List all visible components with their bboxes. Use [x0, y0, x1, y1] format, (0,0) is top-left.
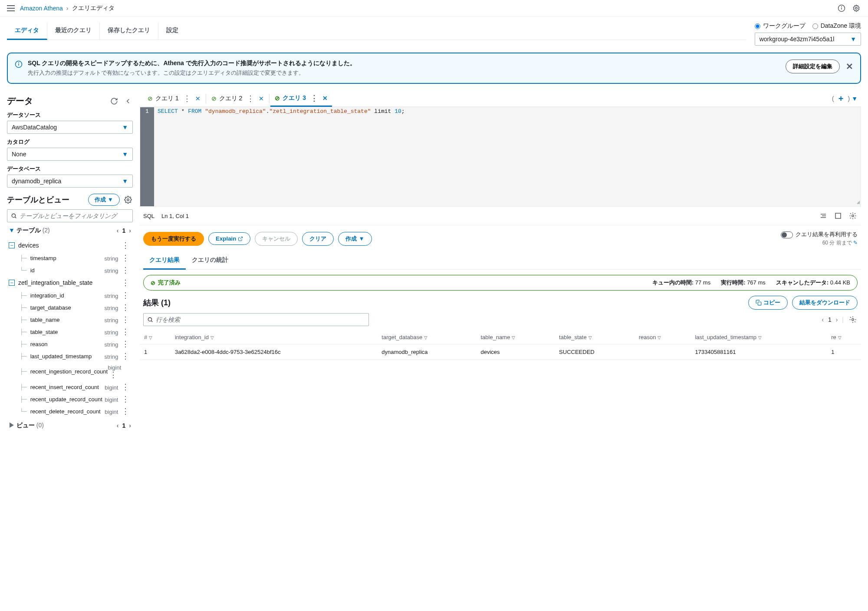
edit-icon[interactable]: ✎ [853, 240, 858, 246]
tab-menu-icon[interactable]: ⋮ [181, 95, 193, 102]
prev-icon[interactable]: ‹ [117, 422, 119, 429]
column-header[interactable]: table_name▽ [476, 330, 555, 344]
info-icon[interactable] [837, 3, 846, 13]
collapse-toggle[interactable]: − [9, 280, 15, 286]
refresh-icon[interactable] [109, 96, 119, 106]
col-menu-icon[interactable]: ⋮ [120, 303, 131, 312]
create-button[interactable]: 作成 ▼ [88, 194, 120, 206]
close-tab-icon[interactable]: ✕ [195, 95, 201, 102]
close-tab-icon[interactable]: ✕ [259, 95, 264, 102]
query-tab-3[interactable]: ⊘ クエリ 3 ⋮ ✕ [270, 91, 332, 107]
column-header[interactable]: reason▽ [635, 330, 691, 344]
settings-gear-icon[interactable] [852, 3, 861, 13]
resize-handle[interactable]: ◢ [857, 199, 860, 205]
col-menu-icon[interactable]: ⋮ [120, 340, 131, 348]
stats-tab[interactable]: クエリの統計 [186, 252, 234, 269]
database-select[interactable]: dynamodb_replica▼ [7, 175, 133, 188]
run-button[interactable]: もう一度実行する [143, 232, 204, 246]
col-menu-icon[interactable]: ⋮ [120, 352, 131, 360]
fullscreen-icon[interactable] [833, 211, 843, 221]
table-menu-icon[interactable]: ⋮ [120, 241, 131, 249]
table-zetl[interactable]: −zetl_integration_table_state ⋮ [7, 276, 133, 289]
col-menu-icon[interactable]: ⋮ [120, 407, 131, 416]
banner-action-button[interactable]: 詳細設定を編集 [786, 59, 840, 73]
settings-icon[interactable] [848, 211, 858, 221]
copy-button[interactable]: コピー [748, 296, 788, 310]
check-circle-icon: ⊘ [151, 280, 155, 286]
tab-settings[interactable]: 設定 [158, 22, 186, 40]
column-header[interactable]: table_state▽ [555, 330, 635, 344]
sql-editor[interactable]: 1 SELECT * FROM "dynamodb_replica"."zetl… [140, 107, 861, 207]
format-icon[interactable] [819, 211, 828, 221]
results-filter[interactable] [143, 313, 369, 326]
tables-heading[interactable]: ▼ テーブル (2) [9, 227, 50, 234]
table-row: 13a628da2-e008-4ddc-9753-3e62524bf16cdyn… [140, 344, 861, 360]
create-dropdown-button[interactable]: 作成 ▼ [338, 232, 372, 246]
breadcrumb-page: クエリエディタ [72, 4, 115, 12]
chevron-right-icon: › [66, 5, 69, 12]
column-item: ├─reasonstring ⋮ [7, 338, 133, 350]
explain-button[interactable]: Explain [208, 232, 250, 245]
collapse-icon[interactable] [123, 96, 133, 106]
col-menu-icon[interactable]: ⋮ [120, 254, 131, 262]
col-menu-icon[interactable]: ⋮ [120, 266, 131, 274]
query-tabs: ⊘ クエリ 1 ⋮ ✕ ⊘ クエリ 2 ⋮ ✕ ⊘ クエリ 3 ⋮ ✕ ( [140, 91, 861, 107]
column-header[interactable]: re▽ [827, 330, 861, 344]
tab-editor[interactable]: エディタ [7, 22, 47, 40]
breadcrumb-service[interactable]: Amazon Athena [20, 5, 63, 12]
radio-workgroup[interactable]: ワークグループ [755, 22, 806, 30]
svg-rect-16 [758, 302, 761, 305]
catalog-select[interactable]: None▼ [7, 148, 133, 161]
gear-icon[interactable] [123, 195, 133, 205]
table-cell: 3a628da2-e008-4ddc-9753-3e62524bf16c [171, 344, 377, 360]
svg-point-17 [148, 317, 151, 321]
col-menu-icon[interactable]: ⋮ [120, 395, 131, 403]
svg-line-15 [240, 237, 243, 239]
column-header[interactable]: #▽ [140, 330, 171, 344]
close-icon[interactable]: ✕ [846, 61, 853, 72]
next-page-icon[interactable]: › [836, 316, 838, 323]
tab-dropdown-icon[interactable]: ▼ [852, 95, 858, 102]
prev-page-icon[interactable]: ‹ [822, 316, 824, 323]
close-tab-icon[interactable]: ✕ [322, 95, 328, 102]
col-menu-icon[interactable]: ⋮ [108, 370, 119, 379]
copy-icon [756, 300, 762, 306]
collapse-toggle[interactable]: − [9, 242, 15, 248]
workgroup-select[interactable]: workgroup-4e3zm7i45o5a1l▼ [755, 33, 861, 46]
views-heading[interactable]: ▶ ビュー (0) [9, 422, 44, 429]
column-header[interactable]: integration_id▽ [171, 330, 377, 344]
menu-icon[interactable] [7, 5, 15, 11]
table-filter-input[interactable] [7, 209, 133, 222]
column-item: ├─table_namestring ⋮ [7, 314, 133, 326]
col-menu-icon[interactable]: ⋮ [120, 291, 131, 300]
next-icon[interactable]: › [129, 227, 131, 234]
col-menu-icon[interactable]: ⋮ [120, 315, 131, 324]
column-header[interactable]: last_updated_timestamp▽ [690, 330, 827, 344]
query-tab-1[interactable]: ⊘ クエリ 1 ⋮ ✕ [143, 91, 205, 106]
table-cell: dynamodb_replica [377, 344, 476, 360]
tab-menu-icon[interactable]: ⋮ [245, 95, 256, 102]
query-tab-2[interactable]: ⊘ クエリ 2 ⋮ ✕ [207, 91, 269, 106]
column-header[interactable]: target_database▽ [377, 330, 476, 344]
clear-button[interactable]: クリア [302, 232, 334, 246]
tab-saved[interactable]: 保存したクエリ [100, 22, 158, 40]
next-icon[interactable]: › [129, 422, 131, 429]
prev-icon[interactable]: ‹ [117, 227, 119, 234]
col-menu-icon[interactable]: ⋮ [120, 327, 131, 336]
results-tab[interactable]: クエリ結果 [143, 252, 186, 270]
add-tab-button[interactable]: + [836, 94, 846, 104]
column-item: ├─last_updated_timestampstring ⋮ [7, 350, 133, 362]
radio-datazone[interactable]: DataZone 環境 [812, 22, 861, 30]
col-menu-icon[interactable]: ⋮ [120, 383, 131, 391]
download-button[interactable]: 結果をダウンロード [792, 296, 858, 310]
datasource-select[interactable]: AwsDataCatalog▼ [7, 121, 133, 134]
tab-recent[interactable]: 最近のクエリ [47, 22, 100, 40]
catalog-label: カタログ [7, 138, 133, 146]
reuse-toggle[interactable] [781, 231, 793, 238]
table-settings-icon[interactable] [848, 315, 858, 324]
top-bar: Amazon Athena › クエリエディタ [0, 0, 868, 17]
table-devices[interactable]: −devices ⋮ [7, 239, 133, 252]
tab-menu-icon[interactable]: ⋮ [309, 94, 320, 102]
table-menu-icon[interactable]: ⋮ [120, 279, 131, 287]
external-link-icon [238, 236, 243, 241]
